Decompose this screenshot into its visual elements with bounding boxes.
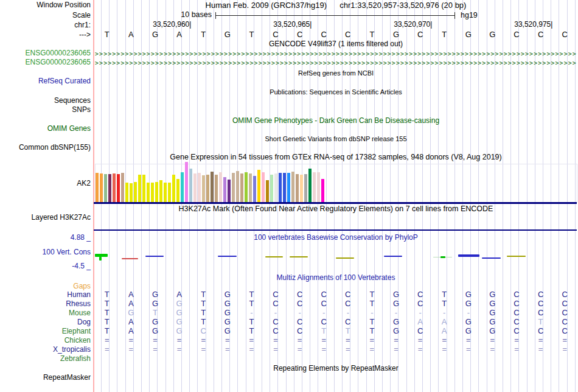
gtex-bar xyxy=(249,173,252,202)
repeatmasker-track-title: Repeating Elements by RepeatMasker xyxy=(95,365,577,373)
sequence-base: C xyxy=(288,30,312,39)
gtex-bar xyxy=(240,173,243,202)
multiz-row-label[interactable]: Chicken xyxy=(64,337,91,345)
phylop-mark xyxy=(507,256,526,257)
gencode-item-arrows-2[interactable]: >>>>>>>>>>>>>>>>>>>>>>>>>>>>>>>>>>>>>>>>… xyxy=(95,60,577,67)
alignment-base: C xyxy=(288,290,312,299)
gtex-bar xyxy=(296,174,299,202)
gtex-bar xyxy=(181,172,184,202)
snps-track-label[interactable]: SNPs xyxy=(72,106,91,114)
dbsnp-track-label[interactable]: Common dbSNP(155) xyxy=(19,144,91,152)
alignment-base: = xyxy=(288,336,312,345)
multiz-row-label[interactable]: Dog xyxy=(77,318,91,326)
alignment-base: C xyxy=(288,299,312,308)
alignment-base: A xyxy=(119,327,143,335)
repeatmasker-track-label[interactable]: RepeatMasker xyxy=(43,374,91,382)
alignment-base: = xyxy=(504,336,529,345)
multiz-row-label[interactable]: Mouse xyxy=(69,309,91,317)
alignment-base: - xyxy=(336,309,360,317)
sequence-base: G xyxy=(143,30,167,39)
alignment-base: = xyxy=(95,336,119,345)
alignment-base: = xyxy=(215,336,240,345)
strand-arrow: ---> xyxy=(79,31,91,39)
multiz-gaps-label[interactable]: Gaps xyxy=(73,282,91,290)
alignment-base: - xyxy=(384,309,408,317)
h3k27ac-track-label[interactable]: Layered H3K27Ac xyxy=(32,214,91,222)
alignment-base: - xyxy=(456,309,481,317)
phylop-track-label[interactable]: 100 Vert. Cons xyxy=(43,248,91,256)
alignment-base: = xyxy=(119,345,143,354)
gtex-bar xyxy=(270,175,273,202)
gtex-bar xyxy=(193,173,197,202)
gtex-bar xyxy=(138,175,141,202)
alignment-base: G xyxy=(456,318,481,326)
alignment-base: T xyxy=(95,290,119,299)
phylop-track-title: 100 vertebrates Basewise Conservation by… xyxy=(95,234,577,242)
alignment-base: = xyxy=(360,336,384,345)
sequence-base: G xyxy=(480,30,504,39)
alignment-base: = xyxy=(191,345,215,354)
gencode-item-arrows-1[interactable]: >>>>>>>>>>>>>>>>>>>>>>>>>>>>>>>>>>>>>>>>… xyxy=(95,51,577,58)
gtex-bar xyxy=(151,183,154,202)
alignment-base: G xyxy=(167,327,192,335)
alignment-base: T xyxy=(95,318,119,326)
alignment-base: = xyxy=(215,345,240,354)
sequence-base: C xyxy=(336,30,360,39)
gtex-bar xyxy=(283,173,286,202)
gtex-bar xyxy=(130,183,133,202)
sequence-base: T xyxy=(432,30,456,39)
alignment-base: G xyxy=(456,327,481,335)
multiz-row-label[interactable]: Zebrafish xyxy=(60,355,91,363)
sequences-track-label[interactable]: Sequences xyxy=(54,97,91,105)
alignment-base: A xyxy=(432,318,456,326)
alignment-base: A xyxy=(167,290,192,299)
gtex-bar xyxy=(142,175,145,202)
gtex-bar xyxy=(147,183,150,202)
refseq-track-label[interactable]: RefSeq Curated xyxy=(38,77,91,85)
phylop-mark xyxy=(99,257,102,261)
alignment-base: G xyxy=(167,299,192,308)
alignment-base: C xyxy=(552,299,577,308)
alignment-base: G xyxy=(480,327,504,335)
gtex-bar xyxy=(308,169,312,202)
alignment-base: A xyxy=(119,299,143,308)
phylop-mark xyxy=(482,257,501,259)
gtex-gene-label[interactable]: AK2 xyxy=(77,180,91,187)
multiz-row-label[interactable]: Rhesus xyxy=(66,300,91,308)
scale-row-label: Scale xyxy=(72,12,91,19)
alignment-base: G xyxy=(480,318,504,326)
alignment-base: T xyxy=(191,318,215,326)
gtex-bar xyxy=(304,174,307,202)
alignment-base: T xyxy=(239,299,263,308)
omim-track-label[interactable]: OMIM Genes xyxy=(47,125,91,133)
multiz-row-label[interactable]: Human xyxy=(67,291,91,299)
sequence-base: C xyxy=(504,30,529,39)
alignment-base: = xyxy=(504,345,529,354)
alignment-base: C xyxy=(504,318,529,326)
alignment-base: G xyxy=(143,327,167,335)
alignment-base: C xyxy=(263,290,288,299)
multiz-row-label[interactable]: X_tropicalis xyxy=(53,346,91,354)
alignment-base: = xyxy=(552,336,577,345)
alignment-base: = xyxy=(360,345,384,354)
gtex-bar xyxy=(317,172,320,202)
alignment-base: G xyxy=(480,299,504,308)
sequence-base: A xyxy=(167,30,192,39)
gtex-bar xyxy=(291,172,294,202)
alignment-base: G xyxy=(167,318,192,326)
alignment-base: = xyxy=(552,345,577,354)
gencode-item-label-1[interactable]: ENSG00000236065 xyxy=(26,49,91,57)
phylop-mark xyxy=(218,256,237,257)
phylop-mark xyxy=(145,256,164,257)
scale-bar-left-tick xyxy=(215,12,216,19)
assembly-title: Human Feb. 2009 (GRCh37/hg19) xyxy=(206,1,327,10)
gtex-bar xyxy=(108,174,111,202)
alignment-base: C xyxy=(552,290,577,299)
phylop-mark xyxy=(440,256,445,258)
multiz-row-label[interactable]: Elephant xyxy=(62,327,91,335)
gtex-bar xyxy=(321,179,324,202)
gencode-item-label-2[interactable]: ENSG00000236065 xyxy=(26,58,91,66)
gtex-bar xyxy=(96,173,99,202)
gtex-bar xyxy=(287,173,290,202)
assembly-tag: hg19 xyxy=(461,11,478,19)
